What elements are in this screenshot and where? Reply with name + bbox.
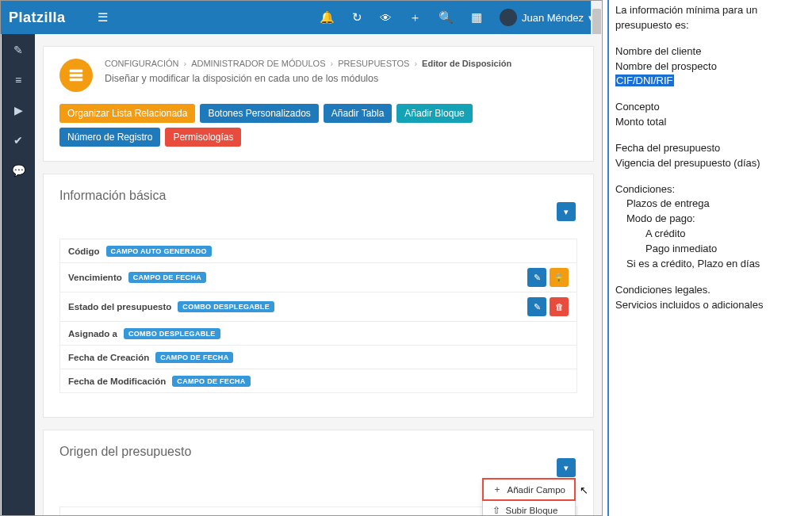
notes-line: Fecha del presupuesto Vigencia del presu… bbox=[615, 141, 804, 171]
notes-line: Concepto Monto total bbox=[615, 100, 804, 130]
svg-rect-0 bbox=[70, 70, 83, 73]
field-label: Vencimiento bbox=[68, 273, 122, 282]
notes-line: Condiciones legales. Servicios incluidos… bbox=[615, 283, 804, 313]
topbar: Platzilla ☰ 🔔 ↻ 👁 ＋ 🔍 ▦ Juan Méndez ▾ bbox=[1, 1, 602, 34]
notes-line: La información mínima para un presupuest… bbox=[615, 3, 804, 33]
section-dropdown: ＋ Añadir Campo ⇧ Subir Bloque bbox=[482, 478, 576, 515]
numero-button[interactable]: Número de Registro bbox=[59, 128, 160, 147]
check-icon[interactable]: ✔ bbox=[13, 134, 23, 147]
field-type-tag: CAMPO AUTO GENERADO bbox=[106, 246, 212, 257]
bc-item[interactable]: PRESUPUESTOS bbox=[338, 59, 409, 68]
field-label: Fecha de Creación bbox=[68, 353, 149, 362]
notes-panel: La información mínima para un presupuest… bbox=[607, 0, 810, 516]
bc-current: Editor de Disposición bbox=[422, 59, 511, 68]
plus-icon: ＋ bbox=[492, 484, 502, 495]
play-icon[interactable]: ▶ bbox=[14, 104, 23, 117]
user-menu[interactable]: Juan Méndez ▾ bbox=[500, 9, 594, 26]
field-label: Asignado a bbox=[68, 329, 117, 338]
tabla-button[interactable]: Añadir Tabla bbox=[324, 104, 393, 123]
menu-item-move-up[interactable]: ⇧ Subir Bloque bbox=[483, 500, 575, 515]
bloque-button[interactable]: Añadir Bloque bbox=[396, 104, 472, 123]
list-icon[interactable]: ≡ bbox=[15, 74, 21, 86]
notes-line: Nombre del cliente Nombre del prospecto … bbox=[615, 44, 804, 90]
edit-icon[interactable]: ✎ bbox=[527, 268, 546, 287]
field-row[interactable]: Asignado aCOMBO DESPLEGABLE bbox=[60, 322, 576, 346]
history-icon[interactable]: ↻ bbox=[352, 10, 362, 25]
section-basic: Información básica ▾ CódigoCAMPO AUTO GE… bbox=[43, 174, 594, 418]
field-type-tag: CAMPO DE FECHA bbox=[155, 352, 233, 363]
notes-line: Condiciones: Plazos de entrega Modo de p… bbox=[615, 182, 804, 272]
section-title: Información básica bbox=[59, 189, 577, 203]
bc-item[interactable]: ADMINISTRADOR DE MÓDULOS bbox=[191, 59, 325, 68]
eye-icon[interactable]: 👁 bbox=[380, 11, 392, 25]
breadcrumb: CONFIGURACIÓN› ADMINISTRADOR DE MÓDULOS›… bbox=[105, 59, 511, 68]
svg-rect-1 bbox=[70, 74, 83, 77]
comment-icon[interactable]: 💬 bbox=[12, 164, 25, 177]
section-menu-toggle[interactable]: ▾ bbox=[557, 458, 576, 477]
section-origin: Origen del presupuesto ▾ ＋ Añadir Campo … bbox=[43, 430, 594, 515]
bc-item[interactable]: CONFIGURACIÓN bbox=[105, 59, 179, 68]
field-row[interactable]: Estado del presupuestoCOMBO DESPLEGABLE✎… bbox=[60, 292, 576, 322]
field-row[interactable]: Fecha de ModificaciónCAMPO DE FECHA bbox=[60, 369, 576, 393]
svg-rect-2 bbox=[70, 78, 83, 82]
field-row[interactable]: Fecha de CreaciónCAMPO DE FECHA bbox=[60, 346, 576, 369]
section-menu-toggle[interactable]: ▾ bbox=[557, 202, 576, 221]
sidebar: ✎ ≡ ▶ ✔ 💬 bbox=[2, 34, 35, 515]
cursor-icon: ↖ bbox=[580, 484, 588, 496]
field-label: Código bbox=[68, 247, 100, 256]
field-label: Fecha de Modificación bbox=[68, 376, 166, 386]
brand-logo: Platzilla bbox=[9, 10, 66, 26]
edit-icon[interactable]: ✎ bbox=[527, 297, 546, 316]
edit-icon[interactable]: ✎ bbox=[13, 44, 23, 56]
search-icon[interactable]: 🔍 bbox=[439, 10, 454, 25]
content: CONFIGURACIÓN› ADMINISTRADOR DE MÓDULOS›… bbox=[35, 34, 602, 515]
field-type-tag: CAMPO DE FECHA bbox=[172, 376, 250, 387]
bell-icon[interactable]: 🔔 bbox=[320, 10, 335, 25]
trash-icon[interactable]: 🗑 bbox=[550, 297, 569, 316]
organizar-button[interactable]: Organizar Lista Relacionada bbox=[59, 104, 195, 123]
botones-button[interactable]: Botones Personalizados bbox=[200, 104, 318, 123]
highlighted-text: CIF/DNI/RIF bbox=[615, 75, 674, 86]
field-row[interactable]: VencimientoCAMPO DE FECHA✎🔒 bbox=[60, 263, 576, 292]
apps-icon[interactable]: ▦ bbox=[471, 10, 482, 25]
field-type-tag: CAMPO DE FECHA bbox=[128, 272, 206, 283]
page-header: CONFIGURACIÓN› ADMINISTRADOR DE MÓDULOS›… bbox=[43, 46, 594, 162]
lock-icon[interactable]: 🔒 bbox=[550, 268, 569, 287]
module-icon bbox=[59, 59, 93, 92]
field-row[interactable]: CódigoCAMPO AUTO GENERADO bbox=[60, 239, 576, 263]
field-label: Estado del presupuesto bbox=[68, 302, 171, 312]
field-type-tag: COMBO DESPLEGABLE bbox=[124, 328, 220, 339]
avatar bbox=[500, 9, 517, 26]
section-title: Origen del presupuesto bbox=[59, 445, 577, 459]
user-name: Juan Méndez bbox=[522, 12, 584, 24]
page-subtitle: Diseñar y modificar la disposición en ca… bbox=[105, 73, 511, 84]
field-type-tag: COMBO DESPLEGABLE bbox=[178, 301, 274, 312]
menu-icon[interactable]: ☰ bbox=[98, 10, 108, 25]
menu-item-add-field[interactable]: ＋ Añadir Campo bbox=[483, 479, 575, 500]
permisos-button[interactable]: Permisologías bbox=[165, 128, 241, 147]
up-icon: ⇧ bbox=[492, 505, 500, 515]
plus-icon[interactable]: ＋ bbox=[409, 10, 421, 25]
